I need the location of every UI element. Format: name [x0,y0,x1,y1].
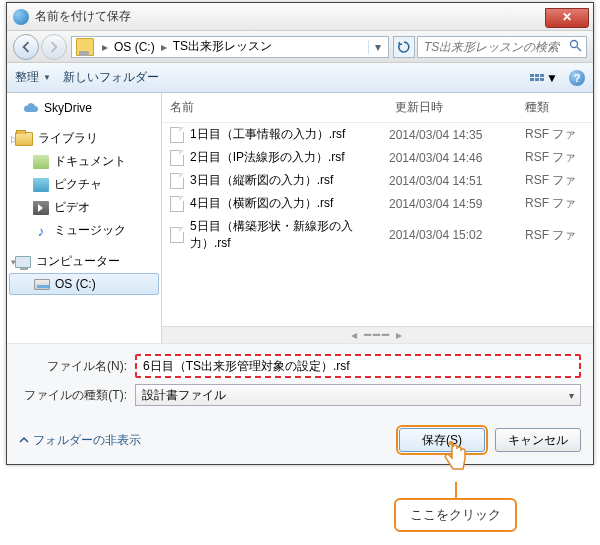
breadcrumb-dropdown[interactable]: ▾ [368,40,386,54]
file-type: RSF ファ [525,149,585,166]
tree-item-music[interactable]: ♪ ミュージック [7,219,161,242]
arrow-left-icon [20,41,32,53]
breadcrumb[interactable]: ▸ OS (C:) ▸ TS出来形レッスン ▾ [71,36,389,58]
tree-label: ミュージック [54,222,126,239]
file-row[interactable]: 4日目（横断図の入力）.rsf2014/03/04 14:59RSF ファ [162,192,593,215]
file-row[interactable]: 3日目（縦断図の入力）.rsf2014/03/04 14:51RSF ファ [162,169,593,192]
filename-input[interactable] [135,354,581,378]
tree-label: OS (C:) [55,277,96,291]
file-icon [170,196,184,212]
file-date: 2014/03/04 15:02 [389,228,519,242]
chevron-down-icon: ▼ [43,73,51,82]
drive-icon [76,38,94,56]
file-icon [170,150,184,166]
file-icon [170,227,184,243]
file-type: RSF ファ [525,227,585,244]
column-header-name[interactable]: 名前 [170,99,395,116]
tree-item-videos[interactable]: ビデオ [7,196,161,219]
cloud-icon [23,100,39,116]
tree-label: SkyDrive [44,101,92,115]
filename-label: ファイル名(N): [19,358,127,375]
search-icon [569,39,582,55]
filetype-value: 設計書ファイル [142,387,226,404]
tree-item-skydrive[interactable]: SkyDrive [7,97,161,119]
view-mode-button[interactable]: ▼ [525,68,563,88]
file-row[interactable]: 1日目（工事情報の入力）.rsf2014/03/04 14:35RSF ファ [162,123,593,146]
file-date: 2014/03/04 14:59 [389,197,519,211]
chevron-right-icon: ▸ [102,40,108,54]
tree-label: ライブラリ [38,130,98,147]
tree-item-library[interactable]: ▷ ライブラリ [7,127,161,150]
organize-label: 整理 [15,69,39,86]
tree-item-computer[interactable]: ▾ コンピューター [7,250,161,273]
tree-label: ビデオ [54,199,90,216]
navigation-tree[interactable]: SkyDrive ▷ ライブラリ ドキュメント ピクチャ ビデオ ♪ [7,93,162,343]
toolbar: 整理 ▼ 新しいフォルダー ▼ ? [7,63,593,93]
documents-icon [33,155,49,169]
view-grid-icon [530,74,544,81]
file-list[interactable]: 1日目（工事情報の入力）.rsf2014/03/04 14:35RSF ファ2日… [162,123,593,255]
chevron-down-icon: ▼ [546,71,558,85]
file-name: 1日目（工事情報の入力）.rsf [190,126,383,143]
file-list-header[interactable]: 名前 更新日時 種類 [162,93,593,123]
column-header-type[interactable]: 種類 [525,99,585,116]
file-type: RSF ファ [525,126,585,143]
chevron-right-icon: ▸ [161,40,167,54]
chevron-up-icon [19,435,29,445]
videos-icon [33,201,49,215]
arrow-right-icon [48,41,60,53]
file-date: 2014/03/04 14:35 [389,128,519,142]
svg-line-1 [577,47,581,51]
save-button[interactable]: 保存(S) [399,428,485,452]
nav-forward-button[interactable] [41,34,67,60]
hide-folders-toggle[interactable]: フォルダーの非表示 [19,432,141,449]
file-list-pane: 名前 更新日時 種類 1日目（工事情報の入力）.rsf2014/03/04 14… [162,93,593,343]
file-date: 2014/03/04 14:46 [389,151,519,165]
title-bar: 名前を付けて保存 ✕ [7,3,593,31]
cancel-button[interactable]: キャンセル [495,428,581,452]
library-folder-icon [15,132,33,146]
hard-drive-icon [34,279,50,290]
new-folder-label: 新しいフォルダー [63,69,159,86]
close-button[interactable]: ✕ [545,8,589,28]
save-label: 保存(S) [422,432,462,449]
file-name: 3日目（縦断図の入力）.rsf [190,172,383,189]
svg-point-0 [571,40,578,47]
file-name: 2日目（IP法線形の入力）.rsf [190,149,383,166]
pictures-icon [33,178,49,192]
hide-folders-label: フォルダーの非表示 [33,432,141,449]
refresh-button[interactable] [393,36,415,58]
filetype-select[interactable]: 設計書ファイル ▾ [135,384,581,406]
tree-label: ピクチャ [54,176,102,193]
file-row[interactable]: 2日目（IP法線形の入力）.rsf2014/03/04 14:46RSF ファ [162,146,593,169]
tree-label: ドキュメント [54,153,126,170]
tree-item-pictures[interactable]: ピクチャ [7,173,161,196]
column-header-date[interactable]: 更新日時 [395,99,525,116]
instruction-callout: ここをクリック [394,498,517,532]
chevron-down-icon: ▾ [569,390,574,401]
callout-text: ここをクリック [410,507,501,522]
search-box[interactable] [417,36,587,58]
nav-back-button[interactable] [13,34,39,60]
tree-item-documents[interactable]: ドキュメント [7,150,161,173]
file-icon [170,173,184,189]
organize-menu[interactable]: 整理 ▼ [15,69,51,86]
filetype-label: ファイルの種類(T): [19,387,127,404]
file-name: 5日目（構築形状・新線形の入力）.rsf [190,218,383,252]
app-icon [13,9,29,25]
breadcrumb-drive[interactable]: OS (C:) [112,40,157,54]
search-input[interactable] [422,39,565,55]
tree-item-os-drive[interactable]: OS (C:) [9,273,159,295]
help-button[interactable]: ? [569,70,585,86]
file-row[interactable]: 5日目（構築形状・新線形の入力）.rsf2014/03/04 15:02RSF … [162,215,593,255]
breadcrumb-folder[interactable]: TS出来形レッスン [171,38,274,55]
cancel-label: キャンセル [508,432,568,449]
nav-bar: ▸ OS (C:) ▸ TS出来形レッスン ▾ [7,31,593,63]
file-type: RSF ファ [525,172,585,189]
horizontal-scrollbar[interactable]: ◂ ━━━ ▸ [162,326,593,343]
tree-label: コンピューター [36,253,120,270]
new-folder-button[interactable]: 新しいフォルダー [63,69,159,86]
refresh-icon [397,40,411,54]
window-title: 名前を付けて保存 [35,8,545,25]
computer-icon [15,256,31,268]
